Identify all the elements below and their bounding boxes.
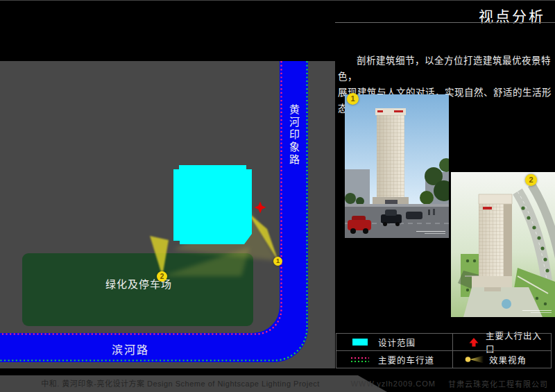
viewpoint-2-marker: 2 [157,271,167,282]
design-scope-swatch [352,339,368,346]
rendering-aerial-view [451,172,555,317]
site-plan-panel: 黄河印象路 滨河路 绿化及停车场 1 2 [0,61,335,368]
footer-company-bar: WWW.yzlh2009.COM 甘肃云珠亮化工程有限公司 [351,375,548,392]
green-area-label: 绿化及停车场 [90,276,187,291]
footer-website: WWW.yzlh2009.COM [351,380,436,388]
footer-company: 甘肃云珠亮化工程有限公司 [448,378,548,389]
photo-2-badge: 2 [525,174,537,186]
photo1-caption-marks [415,230,445,234]
slide: 黄河印象路 滨河路 绿化及停车场 1 2 视点分析 剖析建筑细节，以全方位打造建… [0,0,555,392]
viewpoint-1-marker: 1 [273,257,282,266]
vehicular-road-swatch [351,357,369,362]
legend-label: 主要的车行道 [378,353,434,366]
building-footprint [173,165,252,244]
footer-project-title: 中和. 黄河印象-亮化设计方案 Design Scheme of Nightsc… [0,375,361,392]
road-label-vertical: 黄河印象路 [287,104,301,167]
legend-item-view-angle: 效果视角 [452,350,552,368]
photo-1-badge: 1 [347,93,359,105]
legend-item-vehicular-road: 主要的车行道 [336,350,453,368]
site-plan-graphic [0,61,335,368]
entrance-arrow-icon [469,338,479,347]
legend-label: 效果视角 [489,353,527,366]
road-label-horizontal: 滨河路 [110,341,151,357]
view-angle-beam-icon [465,355,484,364]
intro-line-1: 剖析建筑细节，以全方位打造建筑最优夜景特色， [338,53,553,85]
street-rendering-graphic [345,94,449,238]
photo2-caption-marks [521,309,552,313]
rendering-street-view [345,94,449,238]
aerial-rendering-graphic [451,172,555,317]
footer-project-bar: 中和. 黄河印象-亮化设计方案 Design Scheme of Nightsc… [0,375,387,392]
legend-item-design-scope: 设计范围 [336,333,453,351]
top-divider [0,0,555,1]
title-rule [335,22,555,23]
entrance-star-icon [255,202,266,214]
legend-item-entrance: 主要人行出入口 [452,333,552,351]
legend-table: 设计范围 主要人行出入口 主要的车行道 效果视角 [336,334,552,368]
legend-label: 设计范围 [378,336,416,349]
